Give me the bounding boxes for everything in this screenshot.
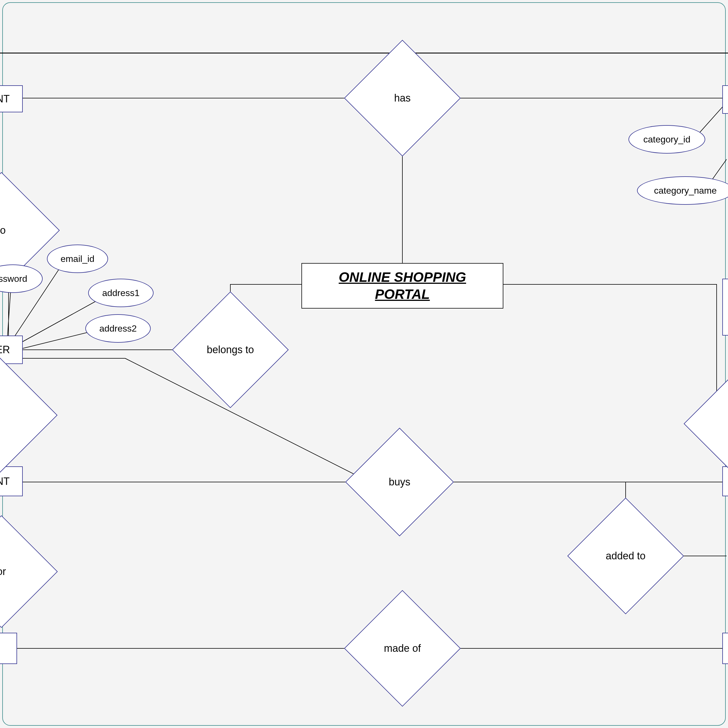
attr-label: address2 [99,323,137,334]
rel-label: to [0,189,43,272]
rel-label [0,373,40,458]
attr-category-name: category_name [637,176,728,205]
attr-email-id: email_id [47,245,108,273]
entity-label: NT [0,93,10,105]
entity-top-left: NT [0,85,23,112]
rel-label: belongs to [189,309,272,391]
rel-label: has [361,57,444,139]
rel-made-of: made of [361,607,444,690]
rel-has: has [361,57,444,139]
entity-label: NT [0,476,10,488]
rel-label [700,385,728,462]
rel-left-empty [0,373,40,458]
rel-or: or [0,532,41,612]
rel-label: or [0,532,41,612]
attr-label: address1 [102,288,140,298]
attr-label: ssword [0,274,27,284]
diagram-title: ONLINE SHOPPING PORTAL [301,263,503,309]
rel-label: buys [361,444,438,520]
title-text: ONLINE SHOPPING PORTAL [339,269,466,303]
rel-belongs-to: belongs to [189,309,272,391]
rel-right-empty [700,385,728,462]
rel-label: made of [361,607,444,690]
attr-address2: address2 [85,314,151,343]
rel-buys: buys [361,444,438,520]
entity-right-madeof [722,633,728,664]
attr-label: category_name [654,185,717,196]
attr-category-id: category_id [629,125,705,154]
entity-label: ER [0,344,10,356]
canvas-top-line [0,53,728,54]
rel-label: added to [584,515,667,597]
attr-label: category_id [643,134,690,145]
entity-user: ER [0,336,23,364]
rel-to: to [0,189,43,272]
rel-added-to: added to [584,515,667,597]
entity-left-madeof [0,633,17,664]
entity-right-portal [722,279,728,336]
entity-left-mid: NT [0,466,23,496]
attr-label: email_id [61,254,95,264]
attr-address1: address1 [88,279,154,307]
entity-right-buys [722,466,728,496]
entity-right-top [722,85,728,114]
